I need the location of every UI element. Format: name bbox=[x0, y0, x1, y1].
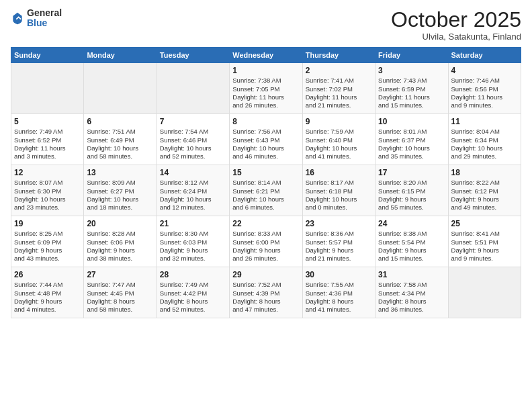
day-info: Sunset: 7:02 PM bbox=[306, 85, 372, 93]
title-section: October 2025 Ulvila, Satakunta, Finland bbox=[391, 8, 521, 42]
day-info: Sunrise: 7:38 AM bbox=[232, 77, 299, 85]
page-container: General Blue October 2025 Ulvila, Sataku… bbox=[0, 0, 532, 324]
calendar-cell: 11Sunrise: 8:04 AMSunset: 6:34 PMDayligh… bbox=[448, 114, 521, 165]
day-number: 26 bbox=[14, 270, 81, 279]
day-info: Sunset: 6:06 PM bbox=[87, 238, 153, 246]
day-number: 4 bbox=[451, 66, 518, 75]
col-tuesday: Tuesday bbox=[157, 48, 229, 63]
day-number: 2 bbox=[306, 66, 372, 75]
day-info: Daylight: 8 hours bbox=[87, 298, 153, 306]
day-info: Sunset: 7:05 PM bbox=[232, 85, 299, 93]
day-info: Daylight: 9 hours bbox=[451, 246, 518, 255]
day-info: Daylight: 11 hours bbox=[232, 93, 299, 101]
calendar-cell: 28Sunrise: 7:49 AMSunset: 4:42 PMDayligh… bbox=[157, 267, 229, 318]
calendar-cell bbox=[157, 63, 229, 114]
day-number: 17 bbox=[378, 168, 445, 177]
header-row-days: Sunday Monday Tuesday Wednesday Thursday… bbox=[11, 48, 521, 63]
day-number: 6 bbox=[87, 117, 153, 126]
day-info: Sunrise: 7:49 AM bbox=[14, 128, 81, 136]
calendar-body: 1Sunrise: 7:38 AMSunset: 7:05 PMDaylight… bbox=[11, 63, 521, 318]
logo-blue: Blue bbox=[27, 18, 62, 28]
day-info: Sunset: 6:24 PM bbox=[160, 187, 226, 195]
calendar-cell: 31Sunrise: 7:58 AMSunset: 4:34 PMDayligh… bbox=[375, 267, 448, 318]
day-info: Daylight: 9 hours bbox=[378, 246, 445, 255]
day-number: 25 bbox=[451, 219, 518, 228]
day-info: and 46 minutes. bbox=[232, 152, 299, 161]
day-info: Sunrise: 8:30 AM bbox=[160, 230, 226, 238]
location-subtitle: Ulvila, Satakunta, Finland bbox=[391, 32, 521, 42]
day-info: Daylight: 8 hours bbox=[160, 298, 226, 306]
day-info: and 38 minutes. bbox=[87, 255, 153, 263]
day-info: and 41 minutes. bbox=[306, 152, 372, 161]
calendar-cell: 7Sunrise: 7:54 AMSunset: 6:46 PMDaylight… bbox=[157, 114, 229, 165]
day-info: Sunset: 6:27 PM bbox=[87, 187, 153, 195]
day-info: Sunrise: 7:59 AM bbox=[306, 128, 372, 136]
day-info: Sunset: 6:43 PM bbox=[232, 136, 299, 144]
day-info: Sunset: 6:46 PM bbox=[160, 136, 226, 144]
calendar-cell: 20Sunrise: 8:28 AMSunset: 6:06 PMDayligh… bbox=[84, 216, 157, 267]
calendar-cell: 14Sunrise: 8:12 AMSunset: 6:24 PMDayligh… bbox=[157, 165, 229, 216]
day-info: Sunset: 5:54 PM bbox=[378, 238, 445, 246]
day-info: Sunrise: 8:22 AM bbox=[451, 179, 518, 187]
day-info: Sunset: 6:21 PM bbox=[232, 187, 299, 195]
day-info: and 26 minutes. bbox=[232, 101, 299, 109]
day-info: Sunrise: 8:28 AM bbox=[87, 230, 153, 238]
col-wednesday: Wednesday bbox=[230, 48, 302, 63]
day-info: Sunrise: 8:14 AM bbox=[232, 179, 299, 187]
day-info: and 58 minutes. bbox=[87, 306, 153, 314]
day-number: 21 bbox=[160, 219, 226, 228]
calendar-table: Sunday Monday Tuesday Wednesday Thursday… bbox=[11, 47, 521, 318]
day-info: and 9 minutes. bbox=[451, 101, 518, 109]
day-info: Daylight: 10 hours bbox=[232, 144, 299, 152]
day-info: Sunset: 6:30 PM bbox=[14, 187, 81, 195]
day-info: Sunrise: 8:07 AM bbox=[14, 179, 81, 187]
day-number: 3 bbox=[378, 66, 445, 75]
calendar-cell: 15Sunrise: 8:14 AMSunset: 6:21 PMDayligh… bbox=[230, 165, 302, 216]
day-info: Sunrise: 8:38 AM bbox=[378, 230, 445, 238]
day-info: Sunset: 4:42 PM bbox=[160, 289, 226, 298]
day-number: 31 bbox=[378, 270, 445, 279]
day-info: Sunset: 4:34 PM bbox=[378, 289, 445, 298]
day-number: 29 bbox=[232, 270, 299, 279]
day-info: and 52 minutes. bbox=[160, 306, 226, 314]
day-number: 9 bbox=[306, 117, 372, 126]
day-info: Daylight: 9 hours bbox=[451, 195, 518, 203]
day-info: Sunset: 6:12 PM bbox=[451, 187, 518, 195]
day-number: 12 bbox=[14, 168, 81, 177]
day-info: Sunset: 4:36 PM bbox=[306, 289, 372, 298]
day-info: Sunrise: 8:25 AM bbox=[14, 230, 81, 238]
calendar-cell: 23Sunrise: 8:36 AMSunset: 5:57 PMDayligh… bbox=[302, 216, 375, 267]
calendar-cell bbox=[448, 267, 521, 318]
calendar-cell: 1Sunrise: 7:38 AMSunset: 7:05 PMDaylight… bbox=[230, 63, 302, 114]
calendar-cell: 30Sunrise: 7:55 AMSunset: 4:36 PMDayligh… bbox=[302, 267, 375, 318]
day-info: Daylight: 11 hours bbox=[306, 93, 372, 101]
day-info: Sunrise: 7:49 AM bbox=[160, 281, 226, 289]
day-info: Daylight: 8 hours bbox=[306, 298, 372, 306]
day-info: Daylight: 8 hours bbox=[378, 298, 445, 306]
day-number: 30 bbox=[306, 270, 372, 279]
day-info: Daylight: 10 hours bbox=[306, 195, 372, 203]
day-info: and 4 minutes. bbox=[14, 306, 81, 314]
day-info: Sunrise: 7:52 AM bbox=[232, 281, 299, 289]
day-info: and 0 minutes. bbox=[306, 203, 372, 212]
calendar-week-5: 26Sunrise: 7:44 AMSunset: 4:48 PMDayligh… bbox=[11, 267, 521, 318]
day-info: Sunrise: 8:04 AM bbox=[451, 128, 518, 136]
day-info: Sunset: 6:49 PM bbox=[87, 136, 153, 144]
day-info: and 9 minutes. bbox=[451, 255, 518, 263]
day-info: Sunset: 6:18 PM bbox=[306, 187, 372, 195]
calendar-header: Sunday Monday Tuesday Wednesday Thursday… bbox=[11, 48, 521, 63]
day-number: 1 bbox=[232, 66, 299, 75]
calendar-cell: 16Sunrise: 8:17 AMSunset: 6:18 PMDayligh… bbox=[302, 165, 375, 216]
logo-general: General bbox=[27, 8, 62, 18]
calendar-cell: 9Sunrise: 7:59 AMSunset: 6:40 PMDaylight… bbox=[302, 114, 375, 165]
day-info: Sunset: 6:03 PM bbox=[160, 238, 226, 246]
calendar-week-2: 5Sunrise: 7:49 AMSunset: 6:52 PMDaylight… bbox=[11, 114, 521, 165]
calendar-week-4: 19Sunrise: 8:25 AMSunset: 6:09 PMDayligh… bbox=[11, 216, 521, 267]
calendar-cell bbox=[11, 63, 84, 114]
day-info: Daylight: 8 hours bbox=[232, 298, 299, 306]
calendar-cell: 6Sunrise: 7:51 AMSunset: 6:49 PMDaylight… bbox=[84, 114, 157, 165]
day-info: Sunrise: 8:33 AM bbox=[232, 230, 299, 238]
day-info: Sunrise: 8:12 AM bbox=[160, 179, 226, 187]
day-info: and 52 minutes. bbox=[160, 152, 226, 161]
day-info: Daylight: 10 hours bbox=[160, 195, 226, 203]
